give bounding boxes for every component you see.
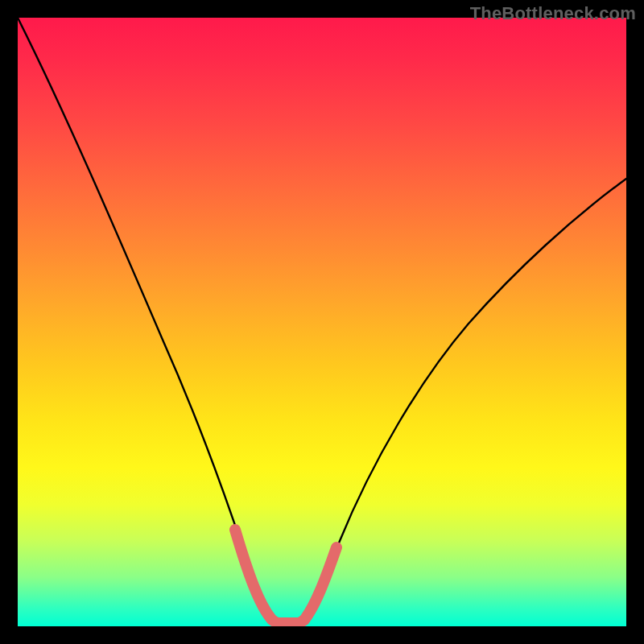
watermark-text: TheBottleneck.com	[470, 3, 636, 24]
plot-area	[18, 18, 626, 626]
curve-layer	[18, 18, 626, 626]
chart-canvas: TheBottleneck.com	[0, 0, 644, 644]
bottleneck-curve	[18, 18, 626, 623]
highlight-segment	[235, 530, 336, 623]
